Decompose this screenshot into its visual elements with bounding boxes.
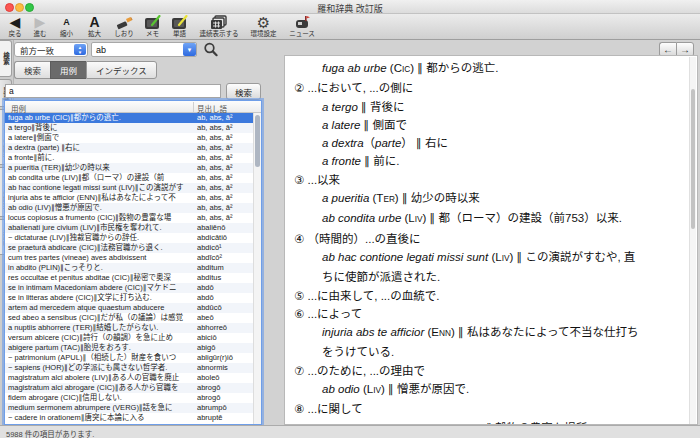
- example-text: ~ sapiens (HOR)∥どの学派にも属さない哲学者.: [8, 363, 192, 373]
- headword-text: ab, abs, ā²: [197, 153, 253, 163]
- chevron-down-icon[interactable]: ▼: [183, 43, 196, 56]
- list-item[interactable]: cum tres partes (vineae) aves abdixissen…: [5, 253, 253, 263]
- list-item[interactable]: a tergo∥背後にab, abs, ā²: [5, 123, 253, 133]
- list-item[interactable]: fuga ab urbe (CIC)∥都からの逃亡.ab, abs, ā²: [5, 113, 253, 123]
- list-item[interactable]: magistratum alci abrogare (CIC)∥ある人から官職を…: [5, 383, 253, 393]
- list-item[interactable]: abigere partum (TAC)∥胎児をおろす.abigō: [5, 343, 253, 353]
- list-item[interactable]: a fronte∥前に.ab, abs, ā²: [5, 153, 253, 163]
- example-text: a pueritia (TER)∥幼少の時以来: [8, 163, 192, 173]
- entry-content: fuga ab urbe (CIC) ∥ 都からの逃亡.② ...において, .…: [285, 59, 685, 425]
- result-list: 用例 見出し語 fuga ab urbe (CIC)∥都からの逃亡.ab, ab…: [4, 100, 262, 425]
- list-item[interactable]: a dextra (parte) ∥右にab, abs, ā²: [5, 143, 253, 153]
- toolbar-button-label: 拡大: [88, 30, 101, 37]
- list-item[interactable]: se in litteras abdere (CIC)∥文学に打ち込む.abdō: [5, 293, 253, 303]
- list-item[interactable]: medium sermonem abrumpere (VERG)∥話を急にabr…: [5, 403, 253, 413]
- content-line: をうけている.: [285, 343, 685, 361]
- example-text: sed abeo a sensibus (CIC)∥だが私（の議論）は感覚: [8, 313, 192, 323]
- toolbar-button-label: 戻る: [9, 30, 22, 37]
- toolbar-button-label: 進む: [34, 30, 47, 37]
- headword-text: abdicō¹: [197, 243, 253, 253]
- content-line: ⑦ ...のために, ...の理由で: [285, 362, 685, 380]
- content-scrollbar[interactable]: [689, 57, 696, 424]
- list-item[interactable]: in abdito (PLIN)∥こっそりと.abditum: [5, 263, 253, 273]
- list-item[interactable]: ~ dictaturae (LIV)∥独裁官職からの辞任.abdicātiō: [5, 233, 253, 243]
- toolbar-button-10[interactable]: ニュース: [282, 14, 322, 39]
- example-text: a fronte∥前に.: [8, 153, 192, 163]
- toolbar-button-4[interactable]: A拡大: [80, 14, 109, 39]
- column-divider[interactable]: [193, 102, 194, 112]
- list-item[interactable]: se in intimam Macedoniam abdere (CIC)∥マケ…: [5, 283, 253, 293]
- headword-text: abditus: [197, 273, 253, 283]
- list-item[interactable]: ab condita urbe (LIV)∥都（ローマ）の建設（前ab, abs…: [5, 173, 253, 183]
- content-line: injuria abs te afficior (ENN) ∥ 私はあなたによっ…: [285, 323, 685, 343]
- list-item[interactable]: ~ cadere in orationem∥唐突に本論に入るabruptē: [5, 413, 253, 423]
- bookmark-pen-icon: [116, 14, 133, 30]
- list-item[interactable]: fidem abrogare (CIC)∥信用しない.abrogō: [5, 393, 253, 403]
- citation: CIC: [463, 422, 480, 425]
- side-tab-1[interactable]: 検索: [0, 40, 12, 77]
- list-scrollbar[interactable]: [253, 113, 261, 424]
- toolbar-button-5[interactable]: しおり: [109, 14, 139, 39]
- headword-text: ab, abs, ā²: [197, 133, 253, 143]
- list-item[interactable]: injuria abs te afficior (ENN)∥私はあなたによって不…: [5, 193, 253, 203]
- list-item[interactable]: a pueritia (TER)∥幼少の時以来ab, abs, ā²: [5, 163, 253, 173]
- list-item[interactable]: res occultae et penitus abditae (CIC)∥秘密…: [5, 273, 253, 283]
- toolbar-button-1[interactable]: ◀戻る: [3, 14, 27, 39]
- list-item[interactable]: a latere∥側面でab, abs, ā²: [5, 133, 253, 143]
- toolbar-button-6[interactable]: メモ: [139, 14, 166, 39]
- entry-content-pane: fuga ab urbe (CIC) ∥ 都からの逃亡.② ...において, .…: [284, 55, 698, 425]
- citation: ENN: [431, 326, 451, 338]
- tab-検索[interactable]: 検索: [14, 61, 50, 79]
- content-line: ab odio (LIV) ∥ 憎悪が原因で.: [285, 380, 685, 400]
- example-text: ab hac contione legati missi sunt (LIV)∥…: [8, 183, 192, 193]
- headword-text: ab, abs, ā²: [197, 213, 253, 223]
- content-line: locus copiosus a frumento (CIC) ∥ 穀物の豊富な…: [285, 419, 685, 425]
- toolbar-button-8[interactable]: 連続表示する: [193, 14, 245, 39]
- title-bar: 羅和辞典 改訂版: [0, 0, 700, 14]
- match-mode-value: 前方一致: [20, 44, 54, 56]
- toolbar-button-7[interactable]: 単語: [166, 14, 193, 39]
- example-text: a tergo∥背後に: [8, 123, 192, 133]
- list-item[interactable]: ab odio (LIV)∥憎悪が原因で.ab, abs, ā²: [5, 203, 253, 213]
- tab-インデックス[interactable]: インデックス: [86, 61, 157, 79]
- toolbar: ◀戻る▶進むA縮小A拡大しおりメモ単語連続表示する⚙環境設定ニュース: [0, 14, 700, 40]
- content-scrollbar-thumb[interactable]: [691, 89, 695, 229]
- example-search-input[interactable]: [5, 84, 221, 98]
- match-mode-select[interactable]: 前方一致 ▲▼: [14, 42, 88, 57]
- list-item[interactable]: artem ad mercedem atque quaestum abducer…: [5, 303, 253, 313]
- list-item[interactable]: ~ sapiens (HOR)∥どの学派にも属さない哲学者.abnormis: [5, 363, 253, 373]
- list-item[interactable]: se praeturā abdicare (CIC)∥法務官職から退く.abdi…: [5, 243, 253, 253]
- example-text: magistratum alci abolere (LIV)∥ある人の官職を廃止: [8, 373, 192, 383]
- list-item[interactable]: ab hac contione legati missi sunt (LIV)∥…: [5, 183, 253, 193]
- toolbar-button-3[interactable]: A縮小: [53, 14, 80, 39]
- list-item[interactable]: locus copiosus a frumento (CIC)∥穀物の豊富な場a…: [5, 213, 253, 223]
- example-search-button[interactable]: 検索: [226, 83, 261, 100]
- toolbar-button-label: しおり: [114, 30, 134, 37]
- toolbar-button-label: ニュース: [289, 30, 315, 37]
- search-mode-tabs: 検索用例インデックス: [14, 61, 157, 79]
- list-item[interactable]: sed abeo a sensibus (CIC)∥だが私（の議論）は感覚abe…: [5, 313, 253, 323]
- zoom-in-icon: A: [89, 14, 99, 30]
- gear-icon: ⚙: [257, 14, 270, 30]
- search-icon[interactable]: [203, 42, 219, 58]
- example-text: artem ad mercedem atque quaestum abducer…: [8, 303, 192, 313]
- headword-text: abhorreō: [197, 323, 253, 333]
- toolbar-button-label: 単語: [173, 30, 186, 37]
- example-text: ab condita urbe (LIV)∥都（ローマ）の建設（前: [8, 173, 192, 183]
- list-item[interactable]: versum abicere (CIC)∥詩行（の韻調）を急に止めabiciō: [5, 333, 253, 343]
- stacked-windows-icon: [210, 14, 228, 30]
- tab-用例[interactable]: 用例: [50, 61, 86, 79]
- toolbar-button-2[interactable]: ▶進む: [27, 14, 53, 39]
- example-text: versum abicere (CIC)∥詩行（の韻調）を急に止め: [8, 333, 192, 343]
- query-combo-box[interactable]: ab ▼: [91, 42, 197, 57]
- list-item[interactable]: magistratum alci abolere (LIV)∥ある人の官職を廃止…: [5, 373, 253, 383]
- citation: LIV: [367, 383, 381, 395]
- content-line: ちに使節が派遣された.: [285, 268, 685, 286]
- list-item[interactable]: a nuptiis abhorrere (TER)∥結婚したがらない.abhor…: [5, 323, 253, 333]
- list-item[interactable]: ~ patrimonium (APUL)∥（相続した）財産を食いつabligūr…: [5, 353, 253, 363]
- list-item[interactable]: abalienati jure civium (LIV)∥市民権を奪われて.ab…: [5, 223, 253, 233]
- toolbar-button-9[interactable]: ⚙環境設定: [245, 14, 282, 39]
- list-scrollbar-thumb[interactable]: [255, 115, 260, 167]
- forward-icon: ▶: [35, 14, 46, 30]
- headword-text: abruptē: [197, 413, 253, 423]
